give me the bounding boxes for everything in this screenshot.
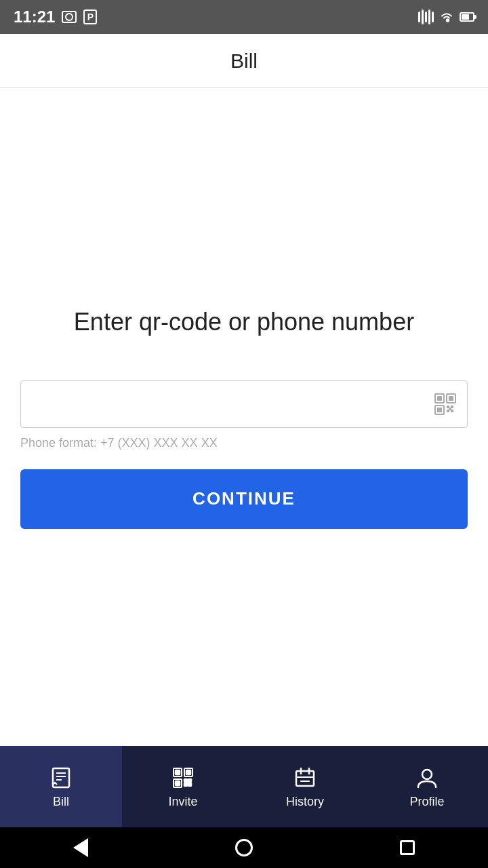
nav-label-profile: Profile xyxy=(409,795,444,809)
bill-icon xyxy=(48,765,74,791)
nav-tab-invite[interactable]: Invite xyxy=(122,746,244,827)
qr-scan-button[interactable] xyxy=(432,391,458,417)
svg-rect-10 xyxy=(449,408,451,410)
svg-point-31 xyxy=(422,770,432,779)
qr-icon xyxy=(433,392,458,416)
photo-icon xyxy=(62,11,77,23)
status-time: 11:21 xyxy=(14,7,55,26)
prompt-text: Enter qr-code or phone number xyxy=(74,305,414,339)
nav-label-history: History xyxy=(286,795,324,809)
bottom-nav: Bill Invite xyxy=(0,746,488,827)
status-bar-right xyxy=(418,9,474,24)
android-nav-bar xyxy=(0,827,488,868)
svg-rect-11 xyxy=(53,768,69,787)
status-bar: 11:21 P xyxy=(0,0,488,34)
svg-rect-20 xyxy=(176,781,180,785)
phone-format-hint: Phone format: +7 (XXX) XXX XX XX xyxy=(20,436,218,450)
svg-rect-25 xyxy=(186,781,189,784)
parking-icon: P xyxy=(83,9,97,24)
wifi-icon xyxy=(439,11,454,23)
profile-icon xyxy=(414,765,440,791)
status-bar-left: 11:21 P xyxy=(14,7,97,26)
nav-tab-history[interactable]: History xyxy=(244,746,366,827)
battery-icon xyxy=(460,12,474,22)
continue-button[interactable]: CONTINUE xyxy=(20,469,468,529)
history-icon xyxy=(292,765,318,791)
phone-input[interactable] xyxy=(20,380,468,428)
page-header: Bill xyxy=(0,34,488,88)
invite-icon xyxy=(170,765,196,791)
android-back-button[interactable] xyxy=(73,838,88,857)
nav-tab-bill[interactable]: Bill xyxy=(0,746,122,827)
android-home-button[interactable] xyxy=(235,839,253,856)
svg-rect-5 xyxy=(437,408,442,412)
nav-tab-profile[interactable]: Profile xyxy=(366,746,488,827)
android-recent-button[interactable] xyxy=(400,840,415,855)
svg-rect-26 xyxy=(296,771,314,786)
svg-rect-16 xyxy=(176,770,180,774)
page-title: Bill xyxy=(230,50,258,73)
main-content: Enter qr-code or phone number xyxy=(0,88,488,746)
svg-rect-1 xyxy=(437,396,442,401)
vibrate-icon xyxy=(418,9,434,24)
svg-rect-3 xyxy=(449,396,453,401)
input-wrapper xyxy=(20,380,468,428)
svg-rect-18 xyxy=(186,770,190,774)
nav-label-bill: Bill xyxy=(53,795,69,809)
nav-label-invite: Invite xyxy=(168,795,197,809)
